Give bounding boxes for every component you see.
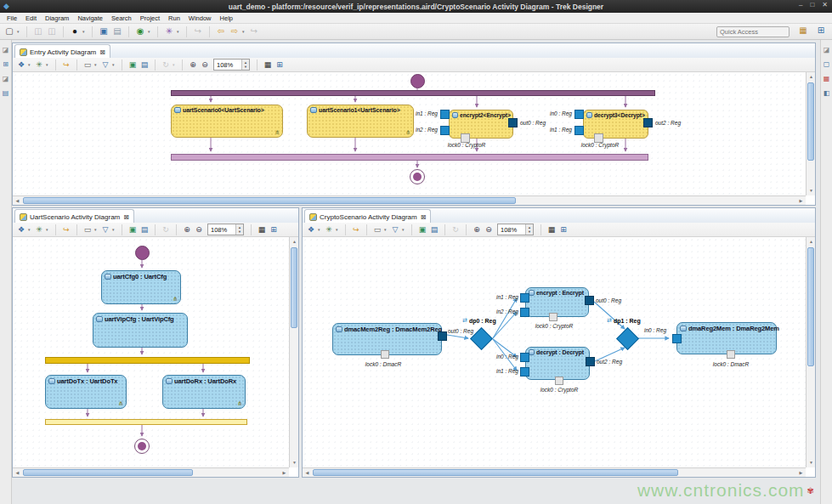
refresh-icon[interactable]: ↻ — [161, 225, 171, 235]
initial-node[interactable] — [410, 74, 425, 88]
pin-in1[interactable] — [520, 293, 529, 303]
menu-run[interactable]: Run — [164, 14, 184, 22]
entry-canvas[interactable]: uartScenario0<UartScenario> ⋔ uartScenar… — [13, 72, 806, 195]
layers-dropdown-icon[interactable]: ▾ — [94, 227, 99, 232]
pin-in2[interactable] — [440, 126, 450, 135]
arrange-icon[interactable]: ❖ — [16, 60, 26, 70]
pin-elements-icon[interactable]: ↪ — [351, 225, 361, 235]
save-all-icon[interactable]: ◫ — [46, 26, 58, 37]
zoom-in-icon[interactable]: ⊕ — [182, 225, 192, 235]
outline-view-icon[interactable]: ▤ — [3, 89, 9, 98]
entry-hscrollbar[interactable]: ◀ ▶ — [13, 195, 806, 205]
routing-dropdown-icon[interactable]: ▾ — [336, 227, 340, 232]
scroll-right-icon[interactable]: ▶ — [796, 468, 806, 478]
uart-hscrollbar[interactable]: ◀ ▶ — [13, 467, 289, 477]
pin-in1[interactable] — [520, 367, 529, 377]
uart-vscrollbar[interactable]: ▲ ▼ — [289, 237, 298, 467]
zoom-level-input[interactable]: 108% ▲ ▼ — [497, 224, 534, 235]
scroll-thumb[interactable] — [23, 469, 193, 476]
interpreter-view-icon[interactable]: ◧ — [824, 89, 830, 98]
entry-vscrollbar[interactable]: ▲ ▼ — [806, 72, 815, 195]
refresh-dropdown-icon[interactable]: ▾ — [173, 62, 177, 67]
pin-out2[interactable] — [586, 357, 595, 366]
maximize-icon[interactable]: □ — [810, 1, 814, 8]
run-verification-icon[interactable]: ● — [69, 26, 81, 37]
export-image-icon[interactable]: ▣ — [417, 225, 427, 235]
join-bar[interactable] — [45, 419, 247, 425]
crypto-hscrollbar[interactable]: ◀ ▶ — [303, 467, 806, 477]
minimize-icon[interactable]: – — [799, 1, 802, 8]
grid-icon[interactable]: ⊞ — [275, 60, 285, 70]
forward-dropdown-icon[interactable]: ▾ — [242, 29, 246, 34]
properties-view-icon[interactable]: ▢ — [824, 60, 830, 69]
pin-lock0[interactable] — [555, 377, 563, 385]
zoom-out-icon[interactable]: ⊖ — [484, 225, 494, 235]
filters-dropdown-icon[interactable]: ▾ — [112, 227, 116, 232]
zoom-out-icon[interactable]: ⊖ — [200, 60, 210, 70]
new-dropdown-icon[interactable]: ▾ — [17, 29, 21, 34]
node-decrypt3[interactable]: decrypt3<Decrypt> — [583, 110, 648, 139]
filters-icon[interactable]: ▽ — [390, 225, 400, 235]
filters-dropdown-icon[interactable]: ▾ — [112, 62, 116, 67]
node-uartScenario0[interactable]: uartScenario0<UartScenario> ⋔ — [171, 105, 283, 138]
menu-diagram[interactable]: Diagram — [41, 14, 73, 22]
filters-icon[interactable]: ▽ — [100, 225, 110, 235]
tab-cryptoscenario-activity-diagram[interactable]: CryptoScenario Activity Diagram ⊠ — [304, 209, 431, 224]
initial-node[interactable] — [135, 246, 150, 260]
pin-in1[interactable] — [440, 110, 450, 119]
pin-out0[interactable] — [585, 296, 594, 305]
pin-lock0[interactable] — [549, 313, 557, 321]
filters-icon[interactable]: ▽ — [100, 60, 110, 70]
zoom-out-icon[interactable]: ⊖ — [194, 225, 204, 235]
uart-canvas[interactable]: uartCfg0 : UartCfg ⋔ uartVipCfg : UartVi… — [13, 237, 289, 467]
arrange-dropdown-icon[interactable]: ▾ — [28, 227, 32, 232]
node-uartScenario1[interactable]: uartScenario1<UartScenario> ⋔ — [307, 105, 414, 138]
scroll-up-icon[interactable]: ▲ — [807, 72, 816, 82]
tab-entry-activity-diagram[interactable]: Entry Activity Diagram ⊠ — [14, 44, 110, 59]
scroll-thumb[interactable] — [291, 247, 297, 328]
save-icon[interactable]: ◫ — [32, 26, 44, 37]
layers-icon[interactable]: ▭ — [82, 225, 93, 235]
modeling-perspective-icon[interactable]: ⊞ — [815, 25, 827, 36]
launch-icon[interactable]: ◉ — [134, 26, 146, 37]
filters-dropdown-icon[interactable]: ▾ — [402, 227, 406, 232]
pin-editor-icon[interactable]: ↪ — [192, 26, 204, 37]
scroll-up-icon[interactable]: ▲ — [290, 237, 299, 246]
scroll-left-icon[interactable]: ◀ — [13, 468, 22, 478]
arrange-icon[interactable]: ❖ — [306, 225, 316, 235]
wand-icon[interactable]: ✳ — [163, 26, 175, 37]
run-dropdown-icon[interactable]: ▾ — [82, 29, 87, 34]
snapshot-icon[interactable]: ▦ — [263, 60, 273, 70]
scroll-thumb[interactable] — [807, 247, 814, 366]
arrange-icon[interactable]: ❖ — [16, 225, 26, 235]
snapshot-icon[interactable]: ▦ — [546, 225, 557, 235]
quick-access-input[interactable] — [716, 26, 790, 37]
pin-in0[interactable] — [520, 353, 529, 362]
menu-window[interactable]: Window — [184, 14, 216, 22]
routing-dropdown-icon[interactable]: ▾ — [46, 62, 50, 67]
scroll-up-icon[interactable]: ▲ — [807, 237, 816, 246]
scroll-down-icon[interactable]: ▼ — [290, 458, 299, 467]
routing-icon[interactable]: ✳ — [324, 225, 334, 235]
back-icon[interactable]: ⇦ — [215, 26, 227, 37]
model-explorer-icon[interactable]: ⊞ — [3, 60, 8, 69]
pin-in0[interactable] — [672, 334, 682, 343]
arrange-dropdown-icon[interactable]: ▾ — [28, 62, 32, 67]
final-node[interactable] — [134, 439, 150, 454]
pin-elements-icon[interactable]: ↪ — [61, 60, 71, 70]
grid-icon[interactable]: ⊞ — [558, 225, 569, 235]
pin-in2[interactable] — [520, 308, 529, 317]
console-view-icon[interactable]: ▣ — [98, 26, 110, 37]
fork-bar[interactable] — [171, 90, 655, 96]
layers-dropdown-icon[interactable]: ▾ — [384, 227, 388, 232]
zoom-spin-down-icon[interactable]: ▼ — [242, 65, 249, 69]
node-uartVipCfg[interactable]: uartVipCfg : UartVipCfg — [93, 313, 188, 348]
node-uartDoRx[interactable]: uartDoRx : UartDoRx ⋔ — [162, 375, 246, 409]
last-edit-icon[interactable]: ↪ — [248, 26, 260, 37]
menu-edit[interactable]: Edit — [21, 14, 41, 22]
pin-elements-icon[interactable]: ↪ — [61, 225, 71, 235]
copy-image-icon[interactable]: ▤ — [139, 225, 150, 235]
pin-lock0[interactable] — [727, 350, 735, 359]
report-icon[interactable]: ▤ — [111, 26, 123, 37]
layers-icon[interactable]: ▭ — [372, 225, 382, 235]
